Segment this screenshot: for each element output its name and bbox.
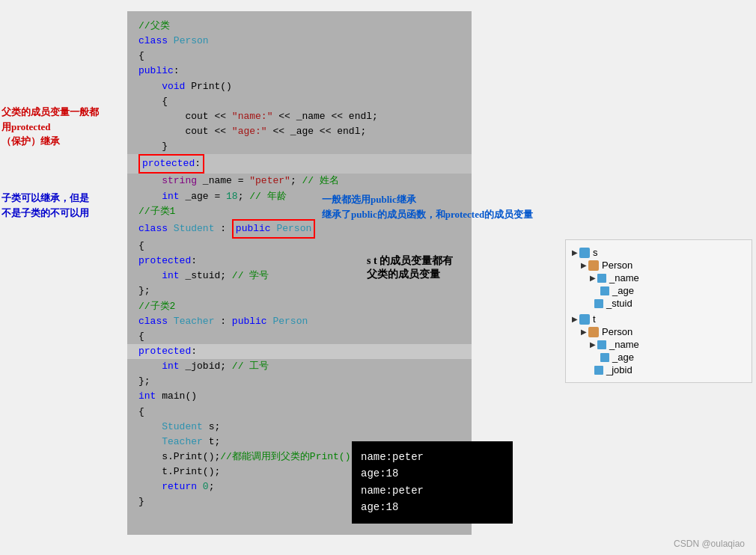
tree-item-age-s: _age — [590, 284, 746, 297]
code-line-24: protected: — [127, 344, 472, 359]
terminal-line-4: age:18 — [361, 499, 504, 515]
tree-item-jobid: _jobid — [594, 364, 746, 376]
code-line-9: } — [127, 139, 472, 154]
code-line-3: { — [127, 49, 472, 64]
terminal-line-3: name:peter — [361, 482, 504, 499]
code-line-16: { — [127, 239, 472, 254]
code-line-11: string _name = "peter"; // 姓名 — [127, 174, 472, 188]
code-line-7: cout << "name:" << _name << endl; — [127, 109, 472, 124]
gear-icon-person-s — [588, 260, 599, 271]
code-line-6: { — [127, 94, 472, 109]
code-line-4: public: — [127, 64, 472, 79]
cube-icon-s — [579, 248, 590, 258]
triangle-icon: ▶ — [572, 315, 578, 323]
main-container: //父类 class Person { public: void Print()… — [0, 0, 756, 555]
gear-icon-person-t — [588, 327, 599, 337]
tree-item-name-t: ▶ _name — [590, 338, 746, 351]
code-line-25: int _jobid; // 工号 — [127, 359, 472, 374]
field-icon-jobid — [594, 366, 603, 375]
watermark: CSDN @oulaqiao — [674, 539, 745, 549]
code-line-21: //子类2 — [127, 299, 472, 314]
code-line-5: void Print() — [127, 79, 472, 94]
field-icon-age-t — [600, 353, 609, 362]
code-line-15: class Student : public Person — [127, 219, 472, 239]
tree-item-age-t: _age — [590, 351, 746, 364]
annotation-subclass: 子类可以继承，但是 不是子类的不可以用 — [1, 191, 89, 220]
code-line-29: int main() — [127, 389, 472, 404]
code-line-2: class Person — [127, 34, 472, 49]
triangle-icon: ▶ — [572, 248, 578, 257]
right-ann-1: 一般都选用public继承 — [322, 191, 533, 208]
triangle-icon: ▶ — [590, 340, 596, 349]
tree-item-name-s: ▶ _name — [590, 272, 746, 284]
triangle-icon: ▶ — [581, 328, 587, 336]
tree-item-person-s: ▶ Person — [581, 259, 746, 272]
tree-diagram: ▶ s ▶ Person ▶ _name _age _stuid ▶ — [565, 239, 752, 383]
tree-item-stuid: _stuid — [594, 297, 746, 310]
code-line-10: protected: — [127, 154, 472, 174]
code-line-31: Student s; — [127, 420, 472, 435]
tree-item-t: ▶ t — [572, 313, 746, 325]
triangle-icon: ▶ — [581, 261, 587, 269]
terminal-line-2: age:18 — [361, 465, 504, 482]
field-icon-age-s — [600, 286, 609, 295]
terminal-output: name:peter age:18 name:peter age:18 — [352, 441, 513, 524]
code-line-26: }; — [127, 374, 472, 389]
tree-item-s: ▶ s — [572, 246, 746, 259]
cube-icon-t — [579, 314, 590, 325]
triangle-icon: ▶ — [590, 274, 596, 282]
field-icon-stuid — [594, 299, 603, 308]
right-annotations: 一般都选用public继承 继承了public的成员函数，和protected的… — [322, 191, 533, 221]
code-line-23: { — [127, 329, 472, 344]
annotation-protected: 父类的成员变量一般都 用protected （保护）继承 — [1, 105, 99, 149]
right-ann-2: 继承了public的成员函数，和protected的成员变量 — [322, 208, 533, 221]
terminal-line-1: name:peter — [361, 449, 504, 465]
code-line-19: }; — [127, 283, 472, 298]
field-icon-name-s — [597, 274, 606, 283]
code-line-22: class Teacher : public Person — [127, 314, 472, 329]
code-line-30: { — [127, 405, 472, 420]
st-annotation: s t 的成员变量都有 父类的成员变量 — [367, 254, 453, 281]
code-line-8: cout << "age:" << _age << endl; — [127, 124, 472, 139]
code-line-1: //父类 — [127, 19, 472, 34]
field-icon-name-t — [597, 340, 606, 349]
tree-item-person-t: ▶ Person — [581, 325, 746, 338]
